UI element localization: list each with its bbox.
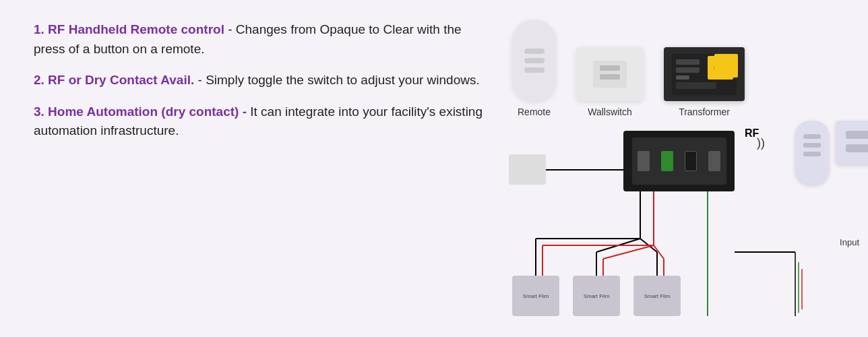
wallswitch-right-svg	[836, 121, 868, 164]
svg-rect-8	[676, 67, 700, 73]
transformer-image	[664, 47, 745, 101]
svg-rect-16	[803, 143, 821, 148]
svg-rect-15	[803, 134, 821, 139]
section-3-bold: 3. Home Automation (dry contact) -	[34, 104, 247, 119]
svg-line-23	[640, 239, 657, 252]
smart-film-1: Smart Film	[512, 276, 559, 316]
remote-btn-3	[524, 67, 545, 73]
transformer-svg	[671, 53, 738, 96]
section-1-text: 1. RF Handheld Remote control - Changes …	[34, 20, 492, 59]
smart-film-2-label: Smart Film	[584, 293, 610, 299]
svg-line-21	[596, 239, 640, 252]
products-row: Remote Wallswitch	[505, 20, 868, 117]
left-panel: 1. RF Handheld Remote control - Changes …	[34, 20, 492, 333]
remote-image	[512, 20, 556, 101]
svg-point-5	[714, 61, 727, 74]
section-1-bold: 1. RF Handheld Remote control	[34, 22, 224, 36]
smart-film-3: Smart Film	[633, 276, 681, 316]
transformer-label: Transformer	[679, 106, 730, 117]
port-2	[708, 151, 720, 171]
remote-label: Remote	[518, 106, 551, 117]
controller-box	[623, 131, 735, 191]
wallswitch-label: Wallswitch	[588, 106, 632, 117]
svg-line-28	[603, 245, 654, 259]
input-label: Input	[840, 237, 859, 247]
wallswitch-image	[576, 47, 644, 101]
svg-rect-13	[846, 144, 868, 152]
wallswitch-svg	[590, 57, 630, 91]
diagram-area: RF ))	[505, 117, 868, 333]
svg-point-6	[717, 64, 724, 71]
section-2-regular: - Simply toggle the switch to adjust you…	[194, 73, 479, 87]
smart-film-1-label: Smart Film	[523, 293, 549, 299]
svg-rect-12	[846, 131, 868, 139]
smart-film-2: Smart Film	[573, 276, 620, 316]
svg-rect-11	[837, 122, 868, 163]
controller-inner	[632, 137, 726, 185]
remote-btn-1	[524, 49, 545, 54]
svg-rect-9	[676, 75, 689, 80]
page-container: 1. RF Handheld Remote control - Changes …	[0, 0, 868, 337]
section-2: 2. RF or Dry Contact Avail. - Simply tog…	[34, 71, 492, 90]
product-remote: Remote	[512, 20, 556, 117]
port-power	[685, 151, 697, 171]
port-1	[638, 151, 650, 171]
svg-rect-10	[676, 82, 716, 89]
product-transformer: Transformer	[664, 47, 745, 117]
left-box	[509, 154, 546, 185]
section-3: 3. Home Automation (dry contact) - It ca…	[34, 102, 492, 141]
svg-rect-17	[803, 152, 821, 156]
rf-wave-icon: ))	[757, 136, 765, 150]
section-2-text: 2. RF or Dry Contact Avail. - Simply tog…	[34, 71, 492, 90]
remote-btn-2	[524, 58, 545, 63]
remote-right	[795, 121, 829, 185]
svg-rect-4	[708, 56, 733, 80]
section-3-text: 3. Home Automation (dry contact) - It ca…	[34, 102, 492, 141]
svg-rect-2	[600, 74, 620, 80]
section-1: 1. RF Handheld Remote control - Changes …	[34, 20, 492, 59]
product-wallswitch: Wallswitch	[576, 47, 644, 117]
svg-rect-7	[676, 59, 700, 65]
svg-rect-1	[600, 65, 620, 71]
svg-line-30	[654, 245, 664, 259]
port-green	[661, 151, 673, 171]
remote-right-svg	[795, 121, 829, 185]
section-2-bold: 2. RF or Dry Contact Avail.	[34, 73, 194, 87]
right-panel: Remote Wallswitch	[505, 20, 868, 333]
smart-film-3-label: Smart Film	[644, 293, 671, 299]
wallswitch-right	[836, 121, 868, 164]
